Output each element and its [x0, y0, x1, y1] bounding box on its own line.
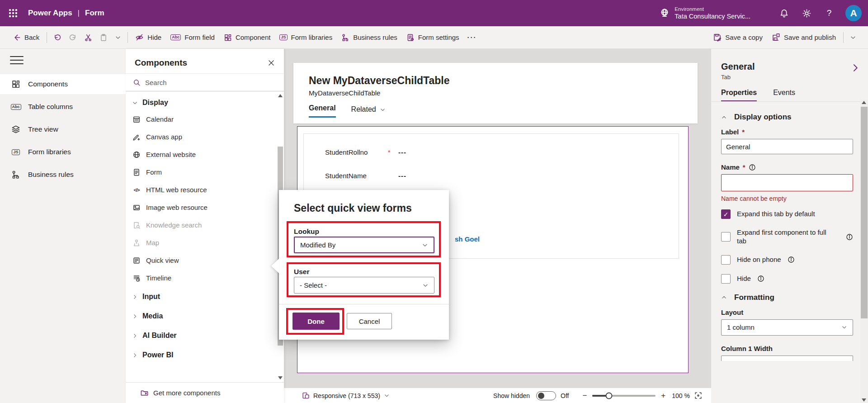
component-grid-icon [224, 33, 232, 42]
clipboard-split-chevron[interactable] [111, 29, 125, 46]
checkbox-hide-on-phone[interactable]: Hide on phone [721, 255, 853, 265]
form-settings-icon [406, 33, 415, 42]
chevron-down-icon [132, 100, 138, 106]
redo-button[interactable] [65, 29, 80, 46]
sidebar-item-business-rules[interactable]: Business rules [0, 165, 126, 185]
form-settings-button[interactable]: Form settings [402, 29, 464, 46]
properties-panel: General Tab Properties Events Display op… [711, 49, 868, 403]
fit-to-screen-icon[interactable] [694, 392, 702, 399]
checkbox-expand-first-component[interactable]: Expand first component to full tab [721, 228, 853, 246]
info-icon[interactable] [788, 256, 795, 263]
component-item-image-web-resource[interactable]: Image web resource [126, 199, 284, 216]
checkbox-hide[interactable]: Hide [721, 274, 853, 284]
info-icon[interactable] [757, 275, 764, 282]
business-rules-button[interactable]: Business rules [337, 29, 402, 46]
zoom-in-button[interactable]: + [659, 391, 667, 400]
user-avatar[interactable]: A [845, 5, 862, 21]
component-item-html-web-resource[interactable]: </> HTML web resource [126, 181, 284, 199]
section-power-bi[interactable]: Power BI [126, 345, 284, 365]
sidebar-item-tree-view[interactable]: Tree view [0, 119, 126, 139]
overflow-menu-button[interactable]: ··· [464, 29, 481, 46]
section-media[interactable]: Media [126, 306, 284, 326]
info-icon[interactable] [749, 164, 756, 171]
app-name[interactable]: Power Apps [28, 9, 72, 18]
form-field-row[interactable]: StudentRollno * --- [325, 148, 679, 156]
cut-button[interactable] [80, 29, 96, 46]
section-input[interactable]: Input [126, 287, 284, 306]
form-field-label: Form field [184, 33, 215, 41]
checkbox-expand-tab-default[interactable]: ✓ Expand this tab by default [721, 209, 853, 219]
app-launcher-waffle-icon[interactable] [5, 5, 22, 22]
scroll-up-icon[interactable] [862, 101, 866, 104]
name-input[interactable] [721, 174, 853, 191]
form-libraries-button[interactable]: JS Form libraries [275, 29, 337, 46]
layout-dropdown[interactable]: 1 column [721, 319, 853, 336]
column1-width-input[interactable] [721, 356, 853, 361]
component-item-quick-view[interactable]: Quick view [126, 251, 284, 269]
paste-button[interactable] [96, 29, 111, 46]
scrollbar-thumb[interactable] [861, 107, 868, 318]
form-field-button[interactable]: Abc Form field [166, 29, 219, 46]
environment-picker[interactable]: Environment Tata Consultancy Servic... [659, 6, 750, 21]
search-input[interactable] [145, 79, 277, 86]
help-icon[interactable]: ? [819, 3, 839, 23]
component-item-canvas-app[interactable]: Canvas app [126, 128, 284, 146]
sidebar-item-components[interactable]: Components [0, 74, 126, 94]
notifications-bell-icon[interactable] [774, 3, 794, 23]
settings-gear-icon[interactable] [797, 3, 816, 23]
lookup-dropdown[interactable]: Modified By [294, 237, 434, 253]
checkbox-icon[interactable] [721, 232, 731, 242]
save-and-publish-button[interactable]: Save and publish [767, 29, 840, 46]
section-ai-builder[interactable]: AI Builder [126, 326, 284, 345]
scroll-down-icon[interactable] [862, 398, 866, 402]
scroll-up-icon[interactable] [278, 94, 283, 97]
display-options-section-header[interactable]: Display options [721, 113, 850, 122]
responsive-size-selector[interactable]: Responsive (713 x 553) [302, 392, 390, 399]
component-item-timeline[interactable]: Timeline [126, 269, 284, 287]
hide-button[interactable]: Hide [131, 29, 166, 46]
slider-knob[interactable] [605, 392, 612, 399]
zoom-out-button[interactable]: − [580, 391, 589, 400]
info-icon[interactable] [846, 233, 853, 241]
sidebar-item-label: Components [28, 80, 68, 88]
component-item-external-website[interactable]: External website [126, 146, 284, 163]
undo-button[interactable] [50, 29, 65, 46]
app-title-group: Power Apps | Form [28, 9, 104, 18]
component-item-calendar[interactable]: Calendar [126, 110, 284, 128]
label-input[interactable] [721, 139, 853, 154]
record-link-partial[interactable]: sh Goel [455, 235, 480, 243]
section-label: Input [142, 293, 160, 301]
expand-panel-chevron-icon[interactable] [851, 63, 860, 72]
tab-properties[interactable]: Properties [721, 89, 757, 102]
show-hidden-label: Show hidden [493, 392, 530, 399]
form-field-row[interactable]: StudentName --- [325, 172, 679, 180]
properties-scrollbar[interactable] [860, 100, 868, 403]
back-button[interactable]: Back [8, 29, 44, 46]
sidebar-item-table-columns[interactable]: Abc Table columns [0, 97, 126, 117]
save-a-copy-button[interactable]: Save a copy [708, 29, 767, 46]
scroll-down-icon[interactable] [278, 376, 283, 379]
tab-events[interactable]: Events [773, 89, 795, 102]
checkbox-icon[interactable] [721, 274, 731, 284]
get-more-components-button[interactable]: Get more components [126, 382, 284, 403]
close-icon[interactable] [268, 59, 275, 66]
section-display[interactable]: Display [126, 94, 284, 110]
cancel-button[interactable]: Cancel [347, 313, 392, 329]
zoom-slider[interactable] [592, 395, 656, 397]
name-field-label: Name* [721, 163, 850, 171]
checkbox-icon[interactable] [721, 255, 731, 265]
component-button[interactable]: Component [219, 29, 275, 46]
formatting-section-header[interactable]: Formatting [721, 293, 850, 302]
component-item-form[interactable]: Form [126, 163, 284, 181]
tab-general[interactable]: General [309, 104, 336, 118]
done-button[interactable]: Done [292, 313, 340, 330]
hamburger-menu-icon[interactable] [10, 54, 24, 66]
tab-related[interactable]: Related [351, 105, 386, 118]
save-options-chevron[interactable] [846, 29, 860, 46]
component-item-label: Form [146, 168, 162, 176]
get-more-components-label: Get more components [153, 389, 220, 397]
checkbox-checked-icon[interactable]: ✓ [721, 209, 731, 219]
sidebar-item-form-libraries[interactable]: JS Form libraries [0, 142, 126, 162]
user-dropdown[interactable]: - Select - [294, 277, 434, 294]
show-hidden-toggle[interactable] [536, 391, 556, 400]
